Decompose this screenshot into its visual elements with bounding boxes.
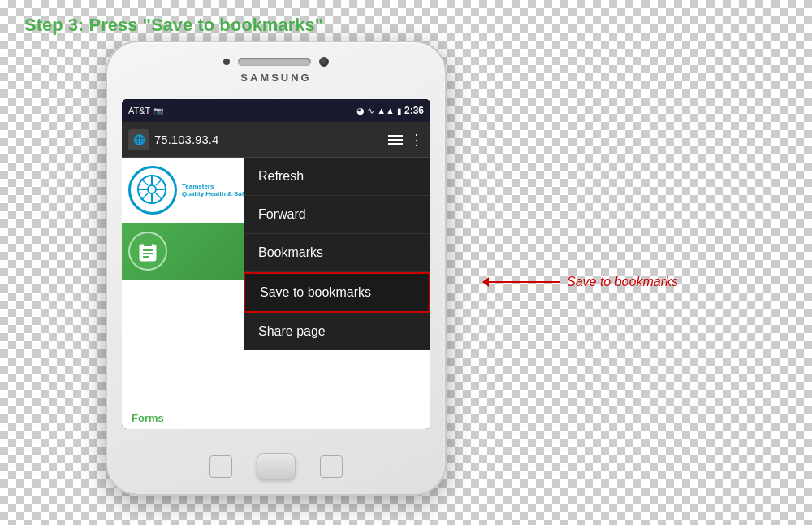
camera-dot xyxy=(319,57,329,67)
phone-device: SAMSUNG AT&T 📷 ◕ ∿ ▲▲ ▮ 2:36 🌐 75.103.93… xyxy=(106,41,447,496)
annotation-arrow xyxy=(487,281,560,283)
battery-icon: ▮ xyxy=(397,106,402,115)
svg-line-8 xyxy=(156,179,162,185)
carrier-name: AT&T xyxy=(128,106,150,115)
forms-label: Forms xyxy=(132,412,164,424)
phone-top-bar xyxy=(195,57,357,67)
teamsters-text: TeamstersQuality Health & Safety xyxy=(182,183,253,197)
back-button[interactable] xyxy=(209,455,232,478)
sensor-dot xyxy=(223,59,230,65)
globe-icon: 🌐 xyxy=(133,134,145,145)
overflow-menu-icon[interactable]: ⋮ xyxy=(409,132,424,147)
teamsters-logo-circle xyxy=(128,166,177,215)
home-button[interactable] xyxy=(257,453,296,479)
address-bar: 🌐 75.103.93.4 ⋮ xyxy=(122,122,430,158)
forms-icon xyxy=(128,232,167,271)
wheel-svg xyxy=(136,174,167,205)
recent-apps-button[interactable] xyxy=(320,455,343,478)
annotation-label: Save to bookmarks xyxy=(567,275,678,289)
wifi-icon: ∿ xyxy=(367,106,374,116)
hamburger-menu-icon[interactable] xyxy=(388,135,403,145)
teamsters-logo-inner xyxy=(136,174,169,206)
menu-item-refresh[interactable]: Refresh xyxy=(244,158,430,196)
menu-item-save-to-bookmarks[interactable]: Save to bookmarks xyxy=(244,272,430,313)
browser-menu-icons: ⋮ xyxy=(388,132,424,147)
status-bar-left: AT&T 📷 xyxy=(128,106,163,115)
browser-icon: 🌐 xyxy=(128,129,149,150)
svg-rect-11 xyxy=(144,242,152,246)
svg-point-1 xyxy=(148,185,156,193)
clipboard-svg xyxy=(136,240,159,262)
status-bar-right: ◕ ∿ ▲▲ ▮ 2:36 xyxy=(356,105,424,116)
menu-item-share-page[interactable]: Share page xyxy=(244,313,430,350)
menu-item-forward[interactable]: Forward xyxy=(244,196,430,234)
menu-item-bookmarks[interactable]: Bookmarks xyxy=(244,234,430,272)
web-content: TeamstersQuality Health & Safety xyxy=(122,158,430,429)
time-display: 2:36 xyxy=(404,105,424,116)
annotation: Save to bookmarks xyxy=(487,275,678,289)
signal-icon: ▲▲ xyxy=(377,106,395,115)
status-bar: AT&T 📷 ◕ ∿ ▲▲ ▮ 2:36 xyxy=(122,99,430,122)
phone-screen: AT&T 📷 ◕ ∿ ▲▲ ▮ 2:36 🌐 75.103.93.4 xyxy=(122,99,430,429)
speaker-grille xyxy=(238,58,311,66)
carrier-icon: 📷 xyxy=(153,106,163,115)
phone-home-area xyxy=(209,453,343,479)
dropdown-menu: Refresh Forward Bookmarks Save to bookma… xyxy=(244,158,430,350)
svg-line-9 xyxy=(141,193,148,200)
svg-line-6 xyxy=(141,179,148,185)
url-display[interactable]: 75.103.93.4 xyxy=(154,132,383,146)
bluetooth-icon: ◕ xyxy=(356,106,365,116)
step-label: Step 3: Press "Save to bookmarks" xyxy=(24,15,323,36)
svg-line-7 xyxy=(156,193,162,200)
brand-label: SAMSUNG xyxy=(240,72,311,84)
